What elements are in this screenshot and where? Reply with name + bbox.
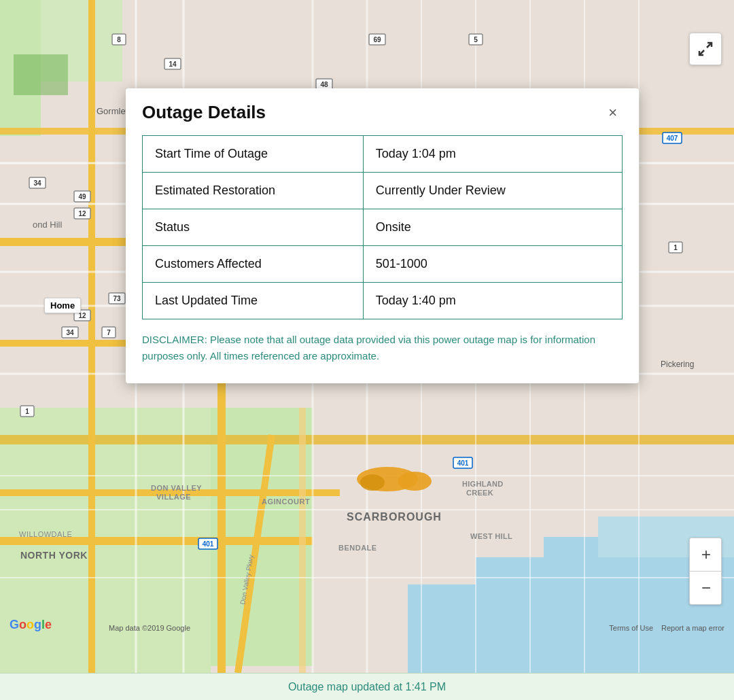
- svg-rect-12: [0, 340, 136, 347]
- svg-text:73: 73: [113, 295, 121, 302]
- row-label: Customers Affected: [143, 246, 364, 283]
- svg-text:NORTH YORK: NORTH YORK: [20, 550, 88, 561]
- row-label: Start Time of Outage: [143, 136, 364, 173]
- row-label: Status: [143, 209, 364, 246]
- report-error-link[interactable]: Report a map error: [661, 624, 724, 632]
- svg-text:CREEK: CREEK: [466, 489, 493, 497]
- terms-of-use-link[interactable]: Terms of Use: [609, 624, 653, 632]
- svg-text:48: 48: [320, 81, 328, 88]
- svg-text:407: 407: [667, 135, 678, 142]
- svg-text:WEST HILL: WEST HILL: [470, 532, 512, 540]
- row-value: Currently Under Review: [363, 173, 622, 209]
- table-row: Start Time of OutageToday 1:04 pm: [143, 136, 623, 173]
- svg-text:WILLOWDALE: WILLOWDALE: [19, 530, 72, 538]
- svg-text:HIGHLAND: HIGHLAND: [462, 480, 503, 488]
- dialog-title: Outage Details: [142, 102, 266, 123]
- disclaimer-text: DISCLAIMER: Please note that all outage …: [142, 332, 623, 364]
- map-background: Don Valley Pkwy 8 14 48: [0, 0, 734, 673]
- svg-text:34: 34: [33, 179, 41, 187]
- row-value: Onsite: [363, 209, 622, 246]
- google-logo: Google: [10, 618, 52, 632]
- svg-text:12: 12: [78, 210, 86, 217]
- table-row: Customers Affected501-1000: [143, 246, 623, 283]
- svg-text:401: 401: [203, 540, 214, 548]
- svg-text:401: 401: [457, 459, 469, 467]
- row-label: Estimated Restoration: [143, 173, 364, 209]
- row-label: Last Updated Time: [143, 283, 364, 319]
- svg-text:5: 5: [474, 36, 478, 43]
- dialog-header: Outage Details ×: [142, 102, 623, 123]
- svg-text:69: 69: [373, 36, 381, 43]
- home-label: Home: [44, 298, 81, 313]
- svg-text:Pickering: Pickering: [661, 360, 694, 369]
- svg-text:1: 1: [25, 408, 29, 415]
- row-value: Today 1:40 pm: [363, 283, 622, 319]
- outage-dialog: Outage Details × Start Time of OutageTod…: [126, 88, 639, 383]
- svg-text:34: 34: [66, 329, 74, 336]
- row-value: Today 1:04 pm: [363, 136, 622, 173]
- svg-rect-3: [14, 54, 68, 95]
- svg-point-87: [360, 474, 385, 491]
- svg-text:14: 14: [169, 60, 177, 68]
- table-row: Estimated RestorationCurrently Under Rev…: [143, 173, 623, 209]
- svg-rect-16: [88, 0, 95, 673]
- status-bar-text: Outage map updated at 1:41 PM: [288, 681, 446, 693]
- svg-text:49: 49: [78, 193, 86, 200]
- svg-text:1: 1: [674, 244, 678, 251]
- zoom-controls: + −: [689, 538, 722, 605]
- svg-rect-18: [299, 408, 306, 673]
- svg-text:AGINCOURT: AGINCOURT: [262, 497, 310, 506]
- svg-point-86: [398, 472, 432, 491]
- svg-text:ond Hill: ond Hill: [33, 220, 62, 230]
- map-data-text: Map data ©2019 Google: [109, 624, 190, 632]
- svg-text:VILLAGE: VILLAGE: [156, 493, 191, 501]
- table-row: Last Updated TimeToday 1:40 pm: [143, 283, 623, 319]
- svg-text:BENDALE: BENDALE: [338, 544, 377, 552]
- svg-text:SCARBOROUGH: SCARBOROUGH: [347, 511, 442, 523]
- zoom-out-button[interactable]: −: [690, 572, 722, 604]
- zoom-in-button[interactable]: +: [690, 538, 722, 571]
- row-value: 501-1000: [363, 246, 622, 283]
- svg-text:DON VALLEY: DON VALLEY: [151, 484, 202, 492]
- map-footer-links: Terms of Use Report a map error: [609, 624, 724, 632]
- svg-text:7: 7: [107, 329, 111, 336]
- close-button[interactable]: ×: [603, 103, 623, 123]
- outage-details-table: Start Time of OutageToday 1:04 pmEstimat…: [142, 135, 623, 319]
- svg-rect-17: [217, 340, 226, 673]
- table-row: StatusOnsite: [143, 209, 623, 246]
- status-bar: Outage map updated at 1:41 PM: [0, 673, 734, 700]
- svg-text:8: 8: [117, 36, 121, 43]
- fullscreen-button[interactable]: [689, 33, 722, 65]
